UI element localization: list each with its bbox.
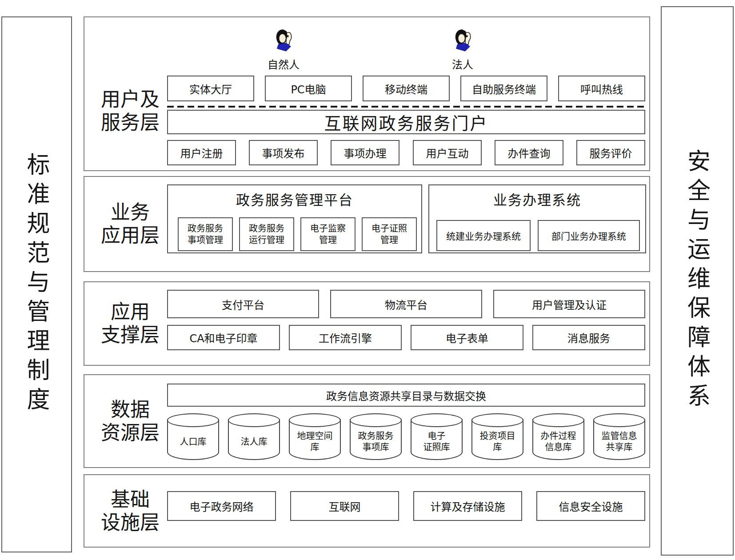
function-case-query: 办件查询 bbox=[495, 140, 563, 165]
database-case-process-info: 办件过程 信息库 bbox=[532, 419, 584, 460]
function-item-publish: 事项发布 bbox=[249, 140, 318, 165]
module-department-business-system: 部门业务办理系统 bbox=[538, 220, 640, 251]
group-gov-service-platform-title: 政务服务管理平台 bbox=[168, 189, 421, 209]
right-sidebar-security-ops: 安全与运维保障体系 bbox=[661, 6, 734, 556]
data-exchange-bar: 政务信息资源共享目录与数据交换 bbox=[167, 384, 645, 407]
support-logistics-platform: 物流平台 bbox=[330, 290, 482, 318]
support-workflow-engine: 工作流引擎 bbox=[289, 325, 402, 350]
infra-internet: 互联网 bbox=[290, 491, 399, 521]
actor-natural-person-label: 自然人 bbox=[268, 56, 300, 72]
layer-data-resource-label: 数据 资源层 bbox=[88, 375, 172, 467]
layer-application-support: 应用 支撑层 支付平台 物流平台 用户管理及认证 CA和电子印章 工作流引擎 电… bbox=[84, 281, 650, 366]
channel-call-hotline: 呼叫热线 bbox=[558, 76, 645, 101]
left-sidebar-standards: 标准规范与管理制度 bbox=[1, 16, 72, 552]
infra-egov-network: 电子政务网络 bbox=[167, 491, 276, 521]
actor-legal-person: 法人 bbox=[436, 28, 489, 72]
channel-mobile-terminal: 移动终端 bbox=[363, 76, 450, 101]
actor-legal-person-label: 法人 bbox=[452, 56, 473, 72]
person-icon bbox=[273, 28, 294, 55]
module-service-operation-mgmt: 政务服务 运行管理 bbox=[239, 217, 294, 251]
left-sidebar-title: 标准规范与管理制度 bbox=[20, 152, 53, 416]
module-unified-business-system: 统建业务办理系统 bbox=[436, 220, 531, 251]
infra-compute-storage: 计算及存储设施 bbox=[413, 491, 522, 521]
group-business-systems: 业务办理系统 统建业务办理系统 部门业务办理系统 bbox=[428, 184, 646, 253]
channel-pc: PC电脑 bbox=[265, 76, 352, 101]
function-item-handle: 事项办理 bbox=[331, 140, 399, 165]
module-e-license-mgmt: 电子证照 管理 bbox=[362, 217, 417, 251]
layer-business-application: 业务 应用层 政务服务管理平台 政务服务 事项管理 政务服务 运行管理 电子监察… bbox=[84, 176, 650, 272]
layer-application-support-label: 应用 支撑层 bbox=[88, 282, 172, 365]
module-service-item-mgmt: 政务服务 事项管理 bbox=[178, 217, 233, 251]
person-icon bbox=[452, 28, 473, 55]
channel-self-service-terminal: 自助服务终端 bbox=[460, 76, 547, 101]
database-legal-person: 法人库 bbox=[228, 419, 280, 460]
infra-info-security: 信息安全设施 bbox=[536, 491, 645, 521]
layer-infrastructure-label: 基础 设施层 bbox=[88, 475, 172, 547]
internet-portal-bar: 互联网政务服务门户 bbox=[167, 110, 645, 134]
support-message-service: 消息服务 bbox=[532, 325, 645, 350]
database-supervision-info-sharing: 监管信息 共享库 bbox=[593, 419, 645, 460]
layer-user-service-label: 用户及 服务层 bbox=[88, 17, 172, 170]
right-sidebar-title: 安全与运维保障体系 bbox=[681, 149, 714, 413]
layer-infrastructure: 基础 设施层 电子政务网络 互联网 计算及存储设施 信息安全设施 bbox=[84, 474, 650, 548]
group-business-systems-title: 业务办理系统 bbox=[429, 189, 645, 209]
function-user-register: 用户注册 bbox=[167, 140, 236, 165]
layer-user-service: 用户及 服务层 自然人 法人 实体大厅 PC电脑 bbox=[84, 16, 650, 171]
database-service-items: 政务服务 事项库 bbox=[350, 419, 402, 460]
module-e-supervision-mgmt: 电子监察 管理 bbox=[300, 217, 356, 251]
database-investment-projects: 投资项目 库 bbox=[471, 419, 523, 460]
support-e-form: 电子表单 bbox=[411, 325, 523, 350]
support-payment-platform: 支付平台 bbox=[167, 290, 319, 318]
function-user-interact: 用户互动 bbox=[413, 140, 482, 165]
database-geospatial: 地理空间 库 bbox=[289, 419, 341, 460]
database-population: 人口库 bbox=[167, 419, 219, 460]
dashed-separator bbox=[167, 106, 645, 108]
support-ca-eseal: CA和电子印章 bbox=[167, 325, 280, 350]
channel-physical-hall: 实体大厅 bbox=[167, 76, 254, 101]
actor-natural-person: 自然人 bbox=[257, 28, 310, 72]
group-gov-service-platform: 政务服务管理平台 政务服务 事项管理 政务服务 运行管理 电子监察 管理 电子证… bbox=[167, 184, 422, 253]
layer-data-resource: 数据 资源层 政务信息资源共享目录与数据交换 人口库 法人库 地理空间 库 政务… bbox=[84, 374, 650, 468]
function-service-evaluate: 服务评价 bbox=[576, 140, 645, 165]
architecture-diagram: 标准规范与管理制度 安全与运维保障体系 用户及 服务层 自然人 bbox=[0, 0, 735, 560]
support-user-mgmt-auth: 用户管理及认证 bbox=[493, 290, 645, 318]
database-e-license: 电子 证照库 bbox=[411, 419, 463, 460]
layer-business-application-label: 业务 应用层 bbox=[88, 177, 172, 271]
